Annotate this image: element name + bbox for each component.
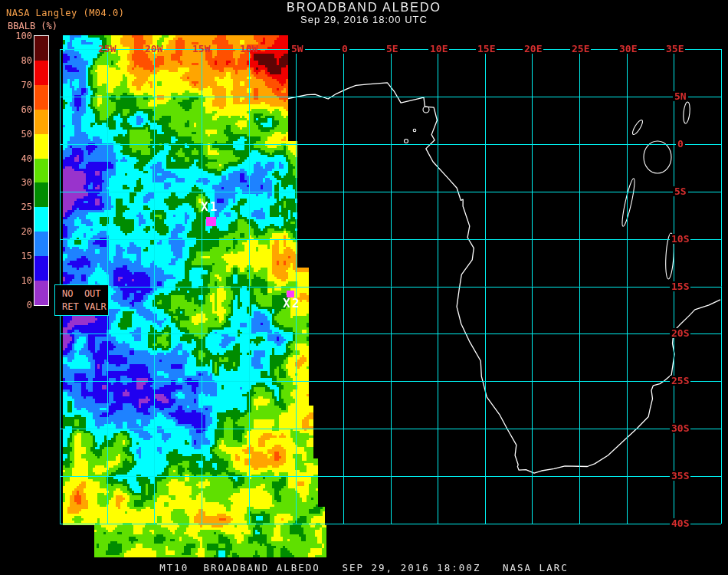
lon-label-20W: 20W: [145, 44, 162, 54]
lon-label-25E: 25E: [570, 44, 591, 54]
colorbar-tick-label: 80: [2, 55, 32, 66]
credit-label: NASA Langley (M04.0): [6, 8, 125, 18]
lon-label-0: 0: [340, 44, 349, 54]
colorbar-segment: [34, 110, 48, 134]
marker-label-X2: X2: [283, 297, 300, 310]
lat-label-40S: 40S: [670, 518, 690, 528]
lat-label-0: 0: [676, 139, 685, 149]
colorbar-tick-label: 50: [2, 129, 32, 140]
colorbar-segment: [34, 159, 48, 183]
lon-label-30E: 30E: [618, 44, 638, 54]
lat-label-5N: 5N: [673, 91, 688, 101]
marker-square-X1: [206, 217, 216, 226]
lon-label-10E: 10E: [428, 44, 449, 54]
lon-label-20E: 20E: [523, 44, 543, 54]
colorbar-segment: [34, 256, 48, 281]
colorbar-tick-label: 10: [2, 275, 32, 286]
colorbar-segment: [34, 182, 48, 207]
colorbar-segment: [34, 134, 48, 159]
colorbar-tick-label: 15: [2, 251, 32, 261]
lon-label-15E: 15E: [476, 44, 497, 54]
lon-label-35E: 35E: [664, 44, 685, 54]
lat-label-5S: 5S: [673, 186, 688, 196]
lon-label-10W: 10W: [240, 44, 257, 54]
lat-label-15S: 15S: [670, 281, 690, 291]
colorbar-segment: [34, 85, 48, 110]
lon-label-5E: 5E: [385, 44, 400, 54]
lat-label-35S: 35S: [670, 471, 690, 481]
colorbar-segment: [34, 232, 48, 256]
marker-label-X1: X1: [201, 201, 218, 213]
lat-label-20S: 20S: [670, 328, 690, 338]
flag-legend-row1: NO OUT: [62, 288, 101, 299]
colorbar-tick-label: 0: [2, 300, 32, 310]
colorbar-segment: [34, 36, 48, 61]
flag-legend-box: NO OUT RET VALR: [54, 284, 109, 316]
map-canvas: [0, 0, 728, 575]
albedo-map-page: BROADBAND ALBEDO Sep 29, 2016 18:00 UTC …: [0, 0, 728, 575]
lat-label-30S: 30S: [670, 423, 690, 433]
colorbar-segment: [34, 281, 48, 305]
colorbar-tick-label: 40: [2, 153, 32, 164]
colorbar-tick-label: 20: [2, 226, 32, 237]
colorbar-tick-label: 60: [2, 104, 32, 115]
lat-label-25S: 25S: [670, 376, 690, 386]
colorbar-segment: [34, 207, 48, 232]
footer-status-bar: MT10 BROADBAND ALBEDO SEP 29, 2016 18:00…: [0, 562, 728, 573]
colorbar-tick-label: 30: [2, 177, 32, 188]
lon-label-15W: 15W: [192, 44, 210, 54]
colorbar-segment: [34, 61, 48, 85]
lat-label-10S: 10S: [670, 234, 690, 244]
product-label: BBALB (%): [8, 21, 57, 31]
lon-label-5W: 5W: [290, 44, 305, 54]
colorbar-tick-label: 25: [2, 202, 32, 212]
flag-legend-row2: RET VALR: [62, 301, 107, 312]
lon-label-25W: 25W: [98, 44, 116, 54]
albedo-colorbar: [34, 35, 49, 306]
colorbar-tick-label: 100: [2, 31, 32, 41]
colorbar-tick-label: 70: [2, 80, 32, 90]
